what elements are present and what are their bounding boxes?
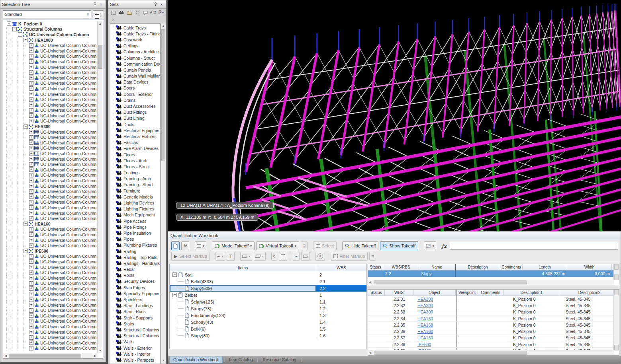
items-grid-row[interactable]: Belki(4333)2.1 — [170, 278, 366, 285]
close-icon[interactable]: × — [98, 2, 104, 7]
tree-node[interactable]: +UC-Universal Column-Column — [3, 265, 98, 270]
search-set-item[interactable]: Fascias — [110, 140, 160, 146]
search-set-item[interactable]: Doors — [110, 85, 160, 91]
search-set-item[interactable]: Mech Equipment — [110, 212, 160, 218]
search-set-item[interactable]: Stair - Supports — [110, 315, 160, 321]
select-markup-button[interactable]: ▶ Select Markup — [171, 252, 210, 261]
tree-node[interactable]: +UC-Universal Column-Column — [3, 162, 98, 167]
sheet-options-button[interactable]: ▾ — [195, 241, 206, 250]
expand-icon[interactable]: + — [29, 189, 33, 194]
expand-icon[interactable]: + — [29, 205, 33, 210]
tree-node[interactable]: +UC-Universal Column-Column — [3, 59, 98, 64]
tree-node[interactable]: +UC-Universal Column-Column — [3, 91, 98, 97]
select-button[interactable]: Select — [313, 241, 337, 250]
object-link[interactable]: HEA300 — [417, 309, 433, 314]
tree-node[interactable]: +UC-Universal Column-Column — [3, 308, 98, 313]
tree-node[interactable]: +UC-Universal Column-Column — [3, 167, 98, 173]
tree-node[interactable]: +UC-Universal Column-Column — [3, 335, 98, 340]
expand-icon[interactable]: + — [29, 303, 33, 307]
search-set-item[interactable]: Pipe Fittings — [110, 224, 160, 230]
tree-node[interactable]: +UC-Universal Column-Column — [3, 227, 98, 232]
tree-node[interactable]: +UC-Universal Column-Column — [3, 64, 98, 70]
object-link[interactable]: HEA160 — [417, 323, 433, 327]
tree-node[interactable]: +UC-Universal Column-Column — [3, 156, 98, 162]
scroll-right-icon[interactable]: ▶ — [92, 353, 98, 358]
takeoff-horizontal-scrollbar[interactable]: ◀ — [368, 280, 614, 285]
workbook-settings-button[interactable]: ⚒ — [181, 241, 189, 250]
search-set-item[interactable]: Drains — [110, 97, 160, 103]
comments-header[interactable]: Comments — [478, 290, 503, 296]
object-link[interactable]: HEA160 — [417, 316, 433, 321]
save-selection-icon[interactable] — [110, 10, 117, 16]
expand-icon[interactable]: + — [29, 265, 33, 269]
object-row[interactable]: 2.2.31HEA300K_Poziom 0Steel, 45-345 — [368, 296, 619, 302]
object-link[interactable]: HEA300 — [417, 297, 433, 302]
takeoff-image-button[interactable]: ⌻ — [301, 241, 308, 250]
tab-item-catalog[interactable]: Item Catalog — [225, 356, 257, 363]
tree-node[interactable]: +UC-Universal Column-Column — [3, 151, 98, 156]
search-set-item[interactable]: Security Devices — [110, 278, 160, 284]
wbs-header[interactable]: WBS — [385, 290, 413, 296]
expand-icon[interactable]: + — [29, 200, 33, 204]
pin-icon[interactable] — [153, 2, 159, 7]
objects-vertical-scrollbar[interactable] — [613, 290, 619, 350]
expand-icon[interactable]: + — [29, 276, 33, 280]
search-set-item[interactable]: Ducts — [110, 121, 160, 127]
markup-bucket-button[interactable]: ◊ — [271, 252, 277, 261]
items-grid-row[interactable]: −Zelbet1 — [170, 292, 366, 298]
expand-icon[interactable]: + — [29, 243, 33, 248]
viewport-3d[interactable]: 12 UHA(1)-A UHA(17) : A_Poziom Komina (9… — [168, 0, 621, 231]
tree-node[interactable]: +UC-Universal Column-Column — [3, 189, 98, 194]
tree-windows-button[interactable] — [93, 10, 103, 19]
search-set-item[interactable]: Sprinklers — [110, 296, 160, 302]
search-set-item[interactable]: Walls - Interior — [110, 351, 160, 357]
tree-node[interactable]: +UC-Universal Column-Column — [3, 97, 98, 102]
tree-node[interactable]: +UC-Universal Column-Column — [3, 237, 98, 243]
duplicate-set-icon[interactable]: ∷ — [134, 10, 141, 16]
tree-node[interactable]: +UC-Universal Column-Column — [3, 259, 98, 265]
tree-vertical-scrollbar[interactable]: ▲ ▼ — [97, 21, 103, 353]
tree-node[interactable]: +UC-Universal Column-Column — [3, 102, 98, 108]
search-set-item[interactable]: Lighting Fixtures — [110, 206, 160, 212]
tree-node[interactable]: +UC-Universal Column-Column — [3, 134, 98, 140]
expand-icon[interactable]: + — [29, 341, 33, 345]
tree-node[interactable]: +UC-Universal Column-Column — [3, 275, 98, 281]
collapse-icon[interactable]: − — [24, 38, 28, 42]
expand-icon[interactable]: + — [29, 227, 33, 232]
search-set-item[interactable]: Pipe Insulation — [110, 230, 160, 236]
search-set-item[interactable]: Casework — [110, 37, 160, 43]
object-header[interactable]: Object — [413, 290, 456, 296]
tree-node[interactable]: +UC-Universal Column-Column — [3, 86, 98, 91]
find-items-icon[interactable] — [118, 10, 125, 16]
scroll-down-icon[interactable]: ▼ — [98, 348, 103, 353]
tree-node[interactable]: −IPE600 — [3, 248, 98, 254]
search-set-item[interactable]: Lighting Devices — [110, 200, 160, 206]
tree-horizontal-scrollbar[interactable]: ◀ ▶ — [3, 353, 98, 358]
tree-node[interactable]: −UC-Universal Column-Column — [3, 32, 98, 37]
search-set-item[interactable]: Framing - Struct — [110, 182, 160, 188]
tree-node[interactable]: −HEA300 — [3, 124, 98, 129]
search-set-item[interactable]: Rebar — [110, 267, 160, 273]
takeoff-view-button[interactable]: ▾ — [424, 241, 436, 250]
search-set-item[interactable]: Duct Fittings — [110, 109, 160, 115]
expand-icon[interactable]: + — [29, 195, 33, 199]
search-set-item[interactable]: Duct Accessories — [110, 103, 160, 109]
tree-node[interactable]: −HEA160 — [3, 221, 98, 227]
markup-point-button[interactable]: ∙▪ — [293, 252, 300, 261]
search-set-item[interactable]: Stair - Landings — [110, 303, 160, 309]
markup-tee-button[interactable]: ⊤ — [227, 252, 235, 261]
tree-node[interactable]: +UC-Universal Column-Column — [3, 113, 98, 119]
markup-number-button[interactable]: # — [315, 252, 325, 261]
search-set-item[interactable]: Footings — [110, 170, 160, 176]
tree-node[interactable]: −HEA1000 — [3, 37, 98, 43]
expand-icon[interactable]: + — [29, 49, 33, 53]
search-set-item[interactable]: Pipes — [110, 236, 160, 242]
object-row[interactable]: 2.2.32HEA300K_Poziom 0Steel, 45-345 — [368, 302, 619, 309]
expand-icon[interactable]: + — [29, 232, 33, 237]
tree-node[interactable]: +UC-Universal Column-Column — [3, 146, 98, 151]
search-set-item[interactable]: Slab Edges — [110, 284, 160, 290]
collapse-icon[interactable]: − — [24, 222, 28, 226]
items-grid-row[interactable]: Ściany(125)1.1 — [170, 298, 366, 305]
search-set-item[interactable]: Walls - Parapets — [110, 357, 160, 363]
search-set-item[interactable]: Walls - Exterior — [110, 345, 160, 351]
